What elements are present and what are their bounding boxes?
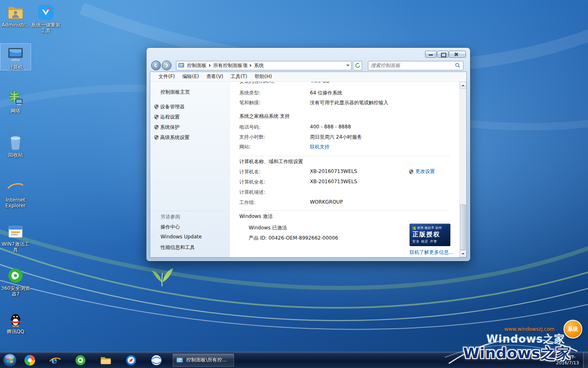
taskbar-pinned-360-browser[interactable] xyxy=(68,354,93,366)
pen-touch-value: 没有可用于此显示器的笔或触控输入 xyxy=(310,99,388,106)
section-divider xyxy=(239,210,450,211)
search-icon xyxy=(455,63,461,68)
desktop-icon-360-browser[interactable]: 360安全浏览器7 xyxy=(0,265,31,297)
tray-clock[interactable]: 14:47 2016/7/13 xyxy=(552,355,583,366)
desktop-icon-qq[interactable]: 腾讯QQ xyxy=(0,308,31,334)
sidebar-item-system-protection[interactable]: 系统保护 xyxy=(160,124,180,131)
breadcrumb-system[interactable]: 系统 xyxy=(252,62,266,69)
system-window: 控制面板 所有控制面板项 系统 xyxy=(147,48,470,261)
breadcrumb-control-panel[interactable]: 控制面板 xyxy=(185,62,209,69)
taskbar-pinned-colorful-orb[interactable] xyxy=(17,354,42,366)
badge-main-text: 正版授权 xyxy=(412,231,448,238)
online-support-link[interactable]: 联机支持 xyxy=(310,144,330,150)
uac-shield-icon xyxy=(154,104,159,109)
menu-file[interactable]: 文件(F) xyxy=(155,72,178,81)
icon-label: Administr... xyxy=(2,22,29,28)
genuine-software-badge[interactable]: 使用 微软® 软件 正版授权 安全 稳定 声誉 xyxy=(410,224,450,246)
full-name-value: XB-20160713WELS xyxy=(310,179,357,184)
navigation-bar: 控制面板 所有控制面板项 系统 xyxy=(150,59,467,72)
menu-help[interactable]: 帮助(H) xyxy=(251,72,276,81)
maximize-button[interactable] xyxy=(437,51,448,58)
badge-top-text: 使用 微软® 软件 xyxy=(417,226,442,230)
menu-tools[interactable]: 工具(T) xyxy=(227,72,251,81)
minimize-button[interactable] xyxy=(425,51,437,58)
control-panel-icon xyxy=(176,357,183,364)
qq-icon xyxy=(7,310,24,328)
sidebar-item-windows-update[interactable]: Windows Update xyxy=(160,234,202,240)
menu-edit[interactable]: 编辑(E) xyxy=(178,72,203,81)
show-desktop-button[interactable] xyxy=(583,352,588,368)
user-folder-icon xyxy=(7,3,24,21)
sidebar-item-performance[interactable]: 性能信息和工具 xyxy=(160,244,195,251)
desktop-icon-internet-explorer[interactable]: e Internet Explorer xyxy=(0,177,31,209)
taskbar: e xyxy=(0,352,588,368)
icon-label: 系统一键重装工具 xyxy=(31,22,61,34)
badge-bottom-text: 安全 稳定 声誉 xyxy=(412,239,448,244)
phone-label: 电话号码: xyxy=(239,124,261,131)
window-body: 控制面板主页 设备管理器 远程设置 系统保护 高级系统设置 另请参阅 操作中心 … xyxy=(150,82,466,257)
taskbar-pinned-explorer[interactable] xyxy=(93,354,118,366)
computer-name-value: XB-20160713WELS xyxy=(310,168,357,174)
taskbar-pinned-compass-browser[interactable] xyxy=(118,354,144,366)
desktop-icon-reinstall-tool[interactable]: 系统一键重装工具 xyxy=(30,2,61,34)
desktop-icon-administrator[interactable]: Administr... xyxy=(0,2,31,28)
icon-label: WIN7激活工具 xyxy=(0,241,31,253)
taskbar-pinned-ie[interactable]: e xyxy=(42,354,68,366)
back-button[interactable] xyxy=(151,61,161,70)
window-client-area: 文件(F) 编辑(E) 查看(V) 工具(T) 帮助(H) 控制面板主页 设备管… xyxy=(150,72,467,258)
vertical-scrollbar[interactable] xyxy=(459,82,466,257)
badge-top-row: 使用 微软® 软件 xyxy=(412,226,448,230)
windows-flag-icon xyxy=(412,227,416,230)
svg-text:e: e xyxy=(51,355,57,366)
desktop-icon-computer[interactable]: 计算机 xyxy=(0,43,31,70)
desktop-icon-recycle-bin[interactable]: 回收站 xyxy=(0,132,31,158)
sidebar-separator xyxy=(154,211,226,211)
taskbar-task-control-panel[interactable]: 控制面板\所有控... xyxy=(172,353,234,367)
colorful-orb-icon xyxy=(24,354,36,366)
360-browser-icon xyxy=(7,267,24,285)
hours-label: 支持小时数: xyxy=(239,134,265,141)
scroll-down-button[interactable] xyxy=(460,250,466,257)
recycle-bin-icon xyxy=(7,133,24,151)
sidebar-item-control-panel-home[interactable]: 控制面板主页 xyxy=(160,89,190,96)
workgroup-label: 工作组: xyxy=(239,199,256,206)
forward-button[interactable] xyxy=(162,61,172,70)
computer-name-section-title: 计算机名称、域和工作组设置 xyxy=(239,158,303,165)
reinstall-tool-icon xyxy=(37,3,55,21)
computer-name-label: 计算机名: xyxy=(239,168,261,175)
sidebar-item-advanced-settings[interactable]: 高级系统设置 xyxy=(160,134,189,141)
activation-status: Windows 已激活 xyxy=(249,224,287,231)
desktop-icon-network[interactable]: 网络 xyxy=(0,88,31,114)
system-type-label: 系统类型: xyxy=(239,90,261,96)
task-button-label: 控制面板\所有控... xyxy=(186,357,227,364)
sidebar-item-remote-settings[interactable]: 远程设置 xyxy=(160,114,180,121)
change-settings-label: 更改设置 xyxy=(415,168,435,175)
phone-value: 400 - 888 - 8888 xyxy=(310,124,351,130)
hours-value: 周日至周六 24小时服务 xyxy=(310,134,362,141)
ram-label: 安装内存(RAM): xyxy=(239,82,275,85)
globe-icon xyxy=(150,354,163,366)
compass-icon xyxy=(125,354,137,366)
chevron-down-icon[interactable] xyxy=(346,65,350,66)
uac-shield-icon xyxy=(409,169,414,174)
learn-more-link[interactable]: 联机了解更多信息... xyxy=(410,249,453,256)
scrollbar-thumb[interactable] xyxy=(460,204,466,250)
uac-shield-icon xyxy=(154,125,159,130)
workgroup-value: WORKGROUP xyxy=(310,199,343,205)
see-also-heading: 另请参阅 xyxy=(160,213,180,220)
sidebar-item-action-center[interactable]: 操作中心 xyxy=(160,224,180,231)
taskbar-pinned-globe-browser[interactable] xyxy=(144,354,169,366)
sidebar-item-device-manager[interactable]: 设备管理器 xyxy=(160,103,185,110)
search-input[interactable] xyxy=(371,63,455,68)
start-button[interactable] xyxy=(2,353,17,368)
breadcrumb-all-items[interactable]: 所有控制面板项 xyxy=(211,62,250,69)
ie-icon: e xyxy=(7,178,24,196)
full-name-label: 计算机全名: xyxy=(239,179,265,186)
change-settings-link[interactable]: 更改设置 xyxy=(409,168,435,175)
uac-shield-icon xyxy=(154,114,159,119)
refresh-button[interactable] xyxy=(353,61,362,70)
scroll-up-button[interactable] xyxy=(460,82,466,89)
desktop-icon-win7-activator[interactable]: WIN7激活工具 xyxy=(0,221,31,253)
menu-view[interactable]: 查看(V) xyxy=(203,72,227,81)
close-button[interactable] xyxy=(449,51,466,58)
